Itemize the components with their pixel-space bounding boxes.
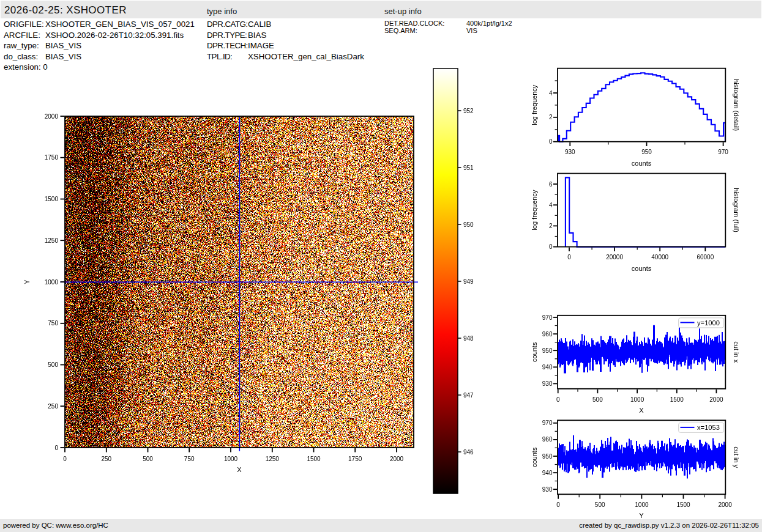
svg-text:950: 950 [641,149,652,155]
svg-text:949: 949 [463,278,474,285]
svg-text:histogram (full): histogram (full) [733,188,740,232]
svg-text:2000: 2000 [718,501,732,508]
svg-text:940: 940 [542,364,553,371]
svg-text:946: 946 [463,449,474,456]
svg-text:950: 950 [463,221,474,228]
svg-text:1250: 1250 [45,237,59,244]
svg-text:log frequency: log frequency [531,84,538,125]
svg-text:960: 960 [542,331,553,338]
svg-text:4: 4 [549,202,553,209]
svg-text:histogram (detail): histogram (detail) [733,79,740,131]
svg-text:2000: 2000 [390,456,404,462]
svg-text:log frequency: log frequency [531,190,538,231]
svg-text:1750: 1750 [348,456,362,462]
svg-text:0: 0 [549,138,553,145]
svg-text:0: 0 [63,456,67,462]
svg-text:20000: 20000 [606,254,623,260]
svg-text:947: 947 [463,392,474,399]
svg-text:counts: counts [531,342,538,362]
svg-text:y=1000: y=1000 [697,319,720,327]
svg-text:cut in x: cut in x [733,341,740,363]
svg-text:60000: 60000 [697,254,714,260]
svg-text:2000: 2000 [709,396,723,403]
svg-text:Y: Y [23,279,31,284]
svg-text:970: 970 [718,149,728,155]
svg-text:250: 250 [101,456,111,462]
svg-text:1000: 1000 [635,501,649,508]
svg-text:0: 0 [567,254,571,260]
svg-text:1750: 1750 [45,154,59,161]
svg-text:960: 960 [542,436,553,443]
svg-text:950: 950 [542,347,553,354]
svg-text:930: 930 [542,380,553,387]
svg-text:X: X [237,466,242,473]
svg-text:500: 500 [143,456,153,462]
svg-text:2000: 2000 [45,113,59,120]
svg-text:1000: 1000 [45,279,59,286]
svg-text:counts: counts [531,447,538,467]
svg-text:952: 952 [463,108,474,114]
svg-text:2: 2 [549,223,553,229]
svg-text:1500: 1500 [45,196,59,202]
svg-text:940: 940 [542,470,553,476]
svg-text:930: 930 [542,486,553,493]
svg-text:0: 0 [549,243,553,250]
svg-text:1000: 1000 [630,396,644,403]
svg-text:500: 500 [595,501,605,508]
svg-text:1000: 1000 [224,456,238,462]
svg-text:750: 750 [184,456,195,462]
svg-text:4: 4 [549,90,553,97]
svg-text:1250: 1250 [266,456,280,462]
svg-text:x=1053: x=1053 [697,424,720,431]
svg-text:951: 951 [463,164,474,171]
svg-text:cut in y: cut in y [733,446,740,468]
svg-text:Y: Y [639,512,644,519]
svg-text:0: 0 [54,445,58,451]
svg-text:1500: 1500 [676,501,690,508]
svg-text:X: X [639,407,644,414]
svg-text:counts: counts [632,265,652,272]
svg-text:1500: 1500 [307,456,321,462]
svg-text:6: 6 [549,181,553,188]
svg-text:950: 950 [542,453,553,460]
svg-text:500: 500 [48,361,58,368]
svg-text:0: 0 [556,501,560,508]
svg-text:2: 2 [549,114,553,120]
svg-text:40000: 40000 [651,254,668,260]
svg-text:948: 948 [463,335,474,342]
svg-text:970: 970 [542,419,553,426]
svg-text:750: 750 [48,320,58,327]
svg-text:930: 930 [565,149,575,155]
svg-text:1500: 1500 [670,396,684,403]
svg-text:970: 970 [542,314,553,321]
svg-text:500: 500 [592,396,603,403]
svg-text:250: 250 [48,403,58,410]
svg-text:0: 0 [556,396,560,403]
svg-text:counts: counts [632,160,652,167]
